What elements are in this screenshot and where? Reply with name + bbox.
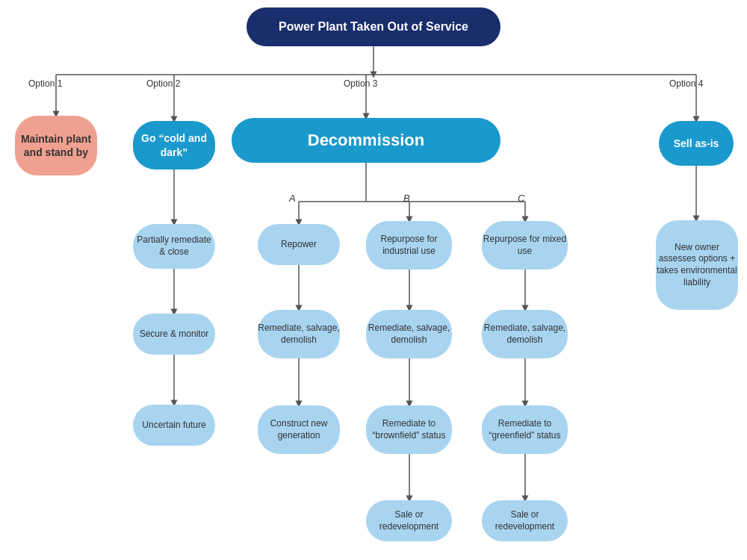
branch-b-label: B [403, 193, 410, 204]
rem-sal-dem-c-node: Remediate, salvage, demolish [482, 310, 568, 358]
greenfield-node: Remediate to “greenfield” status [482, 405, 568, 454]
rem-sal-dem-b-node: Remediate, salvage, demolish [366, 310, 452, 358]
decommission-node: Decommission [232, 118, 500, 163]
option2-node: Go “cold and dark” [133, 121, 215, 169]
branch-a-label: A [289, 193, 296, 204]
brownfield-node: Remediate to “brownfield” status [366, 405, 452, 454]
repurpose-ind-node: Repurpose for industrial use [366, 221, 452, 270]
option2-label: Option 2 [146, 78, 180, 89]
construct-node: Construct new generation [258, 405, 340, 454]
sale-b-node: Sale or redevelopment [366, 500, 452, 541]
option3-label: Option 3 [344, 78, 377, 89]
option4-label: Option 4 [669, 78, 703, 89]
rem-sal-dem-a-node: Remediate, salvage, demolish [258, 310, 340, 358]
sale-c-node: Sale or redevelopment [482, 500, 568, 541]
newowner-node: New owner assesses options + takes envir… [656, 220, 738, 310]
branch-c-label: C [518, 193, 524, 204]
secure-node: Secure & monitor [133, 314, 215, 355]
option1-node: Maintain plant and stand by [15, 116, 97, 175]
repower-node: Repower [258, 224, 340, 265]
option1-label: Option 1 [28, 78, 62, 89]
sellas-node: Sell as-is [659, 121, 734, 166]
repurpose-mix-node: Repurpose for mixed use [482, 221, 568, 270]
partial-node: Partially remediate & close [133, 224, 215, 269]
diagram: Option 1 Option 2 Option 3 Option 4 A B … [0, 0, 747, 560]
top-node: Power Plant Taken Out of Service [247, 7, 500, 46]
uncertain-node: Uncertain future [133, 405, 215, 446]
